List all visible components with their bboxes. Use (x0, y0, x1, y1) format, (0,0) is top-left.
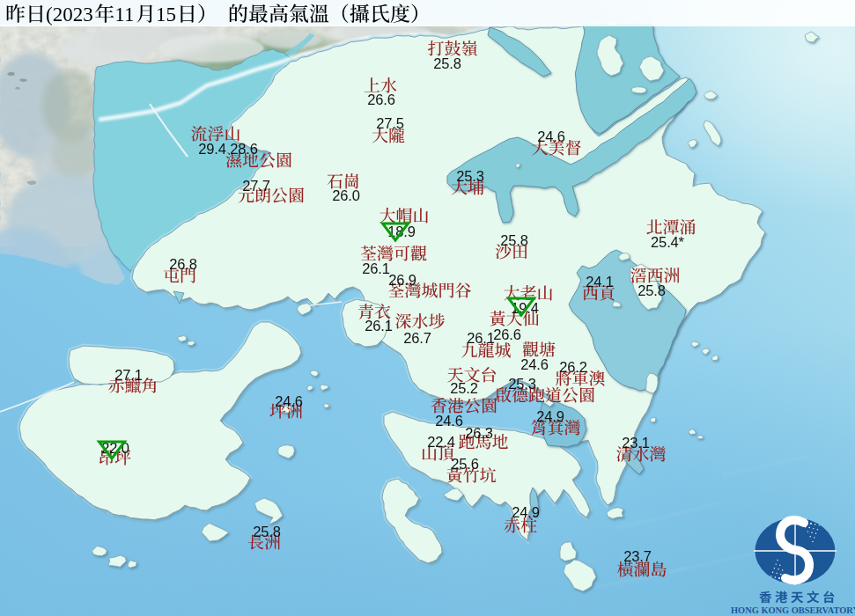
svg-text:26.0: 26.0 (332, 187, 360, 203)
svg-text:26.8: 26.8 (169, 256, 197, 272)
svg-text:24.6: 24.6 (275, 393, 303, 409)
svg-text:23.1: 23.1 (622, 435, 650, 451)
svg-text:25.8: 25.8 (500, 232, 528, 248)
svg-text:26.7: 26.7 (403, 330, 431, 346)
svg-text:23.7: 23.7 (623, 548, 652, 564)
svg-text:11: 11 (114, 4, 134, 26)
svg-text:22.4: 22.4 (427, 434, 455, 450)
svg-text:26.1: 26.1 (365, 318, 393, 334)
svg-text:25.2: 25.2 (450, 380, 478, 396)
svg-text:(: ( (46, 4, 53, 26)
svg-text:HONG KONG OBSERVATORY: HONG KONG OBSERVATORY (731, 605, 855, 615)
svg-text:27.7: 27.7 (242, 178, 270, 194)
svg-text:26.9: 26.9 (388, 272, 416, 288)
svg-text:24.1: 24.1 (586, 274, 614, 290)
svg-text:28.6: 28.6 (230, 141, 258, 157)
svg-text:26.3: 26.3 (465, 425, 493, 441)
svg-text:24.6: 24.6 (435, 413, 463, 429)
svg-text:29.4: 29.4 (198, 141, 226, 157)
svg-text:25.4*: 25.4* (651, 234, 685, 250)
svg-text:26.6: 26.6 (367, 92, 395, 107)
svg-text:25.8: 25.8 (638, 282, 666, 298)
svg-text:25.3: 25.3 (508, 376, 536, 392)
svg-text:24.6: 24.6 (520, 356, 549, 372)
svg-text:25.6: 25.6 (451, 456, 479, 472)
svg-text:24.9: 24.9 (512, 504, 540, 520)
svg-text:15: 15 (156, 4, 176, 26)
svg-text:25.8: 25.8 (433, 55, 461, 71)
svg-text:26.1: 26.1 (362, 260, 390, 276)
svg-text:24.6: 24.6 (537, 128, 565, 144)
svg-text:24.9: 24.9 (536, 408, 564, 424)
svg-text:26.1: 26.1 (467, 330, 495, 346)
svg-text:26.2: 26.2 (559, 359, 587, 375)
svg-text:27.1: 27.1 (114, 367, 143, 383)
svg-text:27.5: 27.5 (376, 115, 404, 131)
svg-text:25.3: 25.3 (456, 168, 484, 184)
svg-text:26.6: 26.6 (493, 326, 521, 342)
svg-text:25.8: 25.8 (253, 524, 281, 539)
svg-text:2023: 2023 (53, 4, 93, 26)
